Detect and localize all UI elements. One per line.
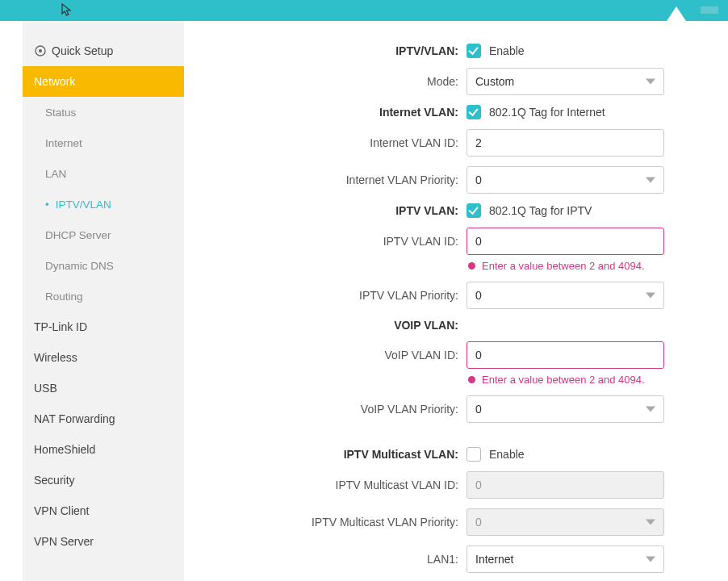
select-lan1[interactable]: Internet [467, 545, 664, 573]
error-iptv-vlan-id: Enter a value between 2 and 4094. [467, 260, 645, 272]
chevron-down-icon [646, 407, 655, 412]
chevron-down-icon [646, 293, 655, 299]
sidebar-item-label: Status [45, 107, 76, 119]
dropdown-arrow-icon [667, 6, 686, 21]
sidebar-item-label: DHCP Server [45, 229, 111, 241]
input-voip-vlan-id[interactable]: 0 [467, 341, 664, 369]
sidebar-item-label: VPN Server [34, 535, 94, 548]
label-voip-vlan-id: VoIP VLAN ID: [192, 349, 467, 362]
select-internet-vlan-priority[interactable]: 0 [467, 166, 664, 194]
label-iptv-vlan-section: IPTV VLAN: [192, 204, 467, 217]
label-internet-vlan-priority: Internet VLAN Priority: [192, 173, 467, 186]
input-value: 0 [475, 349, 482, 362]
sidebar-sub-dhcp[interactable]: DHCP Server [23, 219, 184, 250]
text-internet-tag: 802.1Q Tag for Internet [489, 106, 605, 119]
sidebar-item-vpn-server[interactable]: VPN Server [23, 526, 184, 557]
input-value: 0 [475, 235, 482, 248]
sidebar-sub-internet[interactable]: Internet [23, 127, 184, 158]
error-dot-icon [468, 376, 475, 383]
error-dot-icon [468, 262, 475, 270]
sidebar-item-usb[interactable]: USB [23, 373, 184, 403]
select-mode[interactable]: Custom [467, 68, 664, 95]
select-value: Internet [475, 553, 513, 566]
error-voip-vlan-id: Enter a value between 2 and 4094. [467, 374, 645, 386]
label-iptv-vlan-priority: IPTV VLAN Priority: [192, 289, 467, 302]
select-value: 0 [475, 173, 482, 186]
sidebar-item-label: Routing [45, 290, 83, 303]
text-enable: Enable [489, 44, 525, 57]
window-button[interactable] [701, 6, 718, 14]
sidebar-item-label: Network [34, 75, 75, 88]
label-mode: Mode: [192, 75, 467, 88]
select-iptv-multicast-priority: 0 [467, 508, 664, 536]
sidebar-item-label: Quick Setup [52, 44, 113, 57]
sidebar-item-quick-setup[interactable]: Quick Setup [23, 36, 184, 66]
select-value: 0 [475, 289, 482, 302]
label-internet-vlan-id: Internet VLAN ID: [192, 136, 467, 149]
checkbox-iptv-vlan-enable[interactable] [467, 44, 481, 58]
error-text: Enter a value between 2 and 4094. [482, 374, 645, 386]
input-iptv-multicast-id: 0 [467, 471, 664, 499]
input-iptv-vlan-id[interactable]: 0 [467, 228, 664, 255]
label-iptv-vlan: IPTV/VLAN: [192, 44, 467, 57]
sidebar-item-nat[interactable]: NAT Forwarding [23, 403, 184, 434]
text-iptv-tag: 802.1Q Tag for IPTV [489, 204, 592, 217]
label-internet-vlan: Internet VLAN: [192, 106, 467, 119]
input-value: 2 [475, 136, 482, 149]
checkbox-iptv-multicast-enable[interactable] [467, 447, 481, 462]
topbar [0, 0, 728, 21]
sidebar-item-wireless[interactable]: Wireless [23, 342, 184, 373]
chevron-down-icon [646, 520, 655, 525]
sidebar-item-label: Dynamic DNS [45, 260, 114, 272]
input-internet-vlan-id[interactable]: 2 [467, 129, 664, 157]
sidebar-item-security[interactable]: Security [23, 465, 184, 495]
sidebar-item-label: NAT Forwarding [34, 412, 115, 425]
sidebar-item-label: HomeShield [34, 443, 95, 456]
label-iptv-multicast: IPTV Multicast VLAN: [192, 448, 467, 461]
sidebar-item-tplink-id[interactable]: TP-Link ID [23, 311, 184, 342]
sidebar-sub-routing[interactable]: Routing [23, 281, 184, 311]
input-value: 0 [475, 479, 482, 491]
select-iptv-vlan-priority[interactable]: 0 [467, 282, 664, 309]
sidebar-item-label: VPN Client [34, 504, 89, 517]
chevron-down-icon [646, 79, 655, 85]
chevron-down-icon [646, 178, 655, 183]
error-text: Enter a value between 2 and 4094. [482, 260, 645, 272]
sidebar-sub-iptv-vlan[interactable]: IPTV/VLAN [23, 189, 184, 219]
sidebar-sub-status[interactable]: Status [23, 97, 184, 127]
select-voip-vlan-priority[interactable]: 0 [467, 395, 664, 423]
sidebar-item-label: IPTV/VLAN [56, 199, 111, 211]
sidebar-item-homeshield[interactable]: HomeShield [23, 434, 184, 465]
chevron-down-icon [646, 557, 655, 562]
sidebar-sub-ddns[interactable]: Dynamic DNS [23, 250, 184, 281]
label-voip-vlan-priority: VoIP VLAN Priority: [192, 403, 467, 416]
label-iptv-vlan-id: IPTV VLAN ID: [192, 235, 467, 248]
sidebar-item-vpn-client[interactable]: VPN Client [23, 495, 184, 526]
sidebar-item-network[interactable]: Network [23, 66, 184, 97]
select-value: 0 [475, 516, 482, 529]
sidebar-item-label: TP-Link ID [34, 320, 87, 333]
text-enable: Enable [489, 448, 525, 461]
sidebar-item-label: Internet [45, 137, 82, 149]
checkbox-iptv-tag[interactable] [467, 203, 481, 218]
sidebar-item-label: Security [34, 474, 75, 487]
checkbox-internet-tag[interactable] [467, 105, 481, 119]
svg-point-1 [39, 49, 42, 52]
label-iptv-multicast-priority: IPTV Multicast VLAN Priority: [192, 516, 467, 529]
sidebar-item-label: USB [34, 382, 57, 395]
label-iptv-multicast-id: IPTV Multicast VLAN ID: [192, 479, 467, 491]
sidebar-item-label: LAN [45, 168, 66, 180]
label-voip-vlan: VOIP VLAN: [192, 319, 467, 332]
sidebar-sub-lan[interactable]: LAN [23, 158, 184, 189]
sidebar-item-label: Wireless [34, 351, 77, 364]
select-value: Custom [475, 75, 514, 88]
select-value: 0 [475, 403, 482, 416]
target-icon [34, 44, 52, 57]
label-lan1: LAN1: [192, 553, 467, 566]
